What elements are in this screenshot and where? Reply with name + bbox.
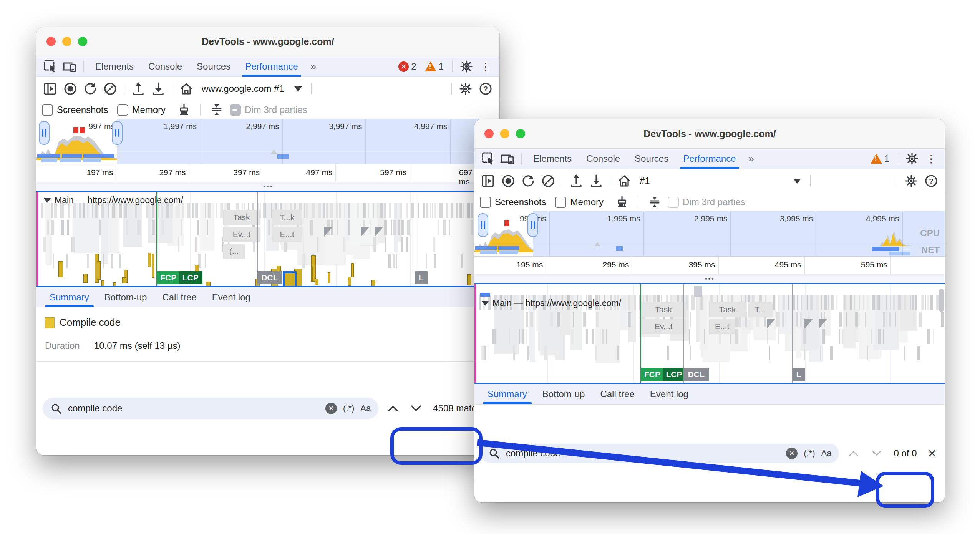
close-window-button[interactable] xyxy=(484,129,494,138)
tab-bottom-up[interactable]: Bottom-up xyxy=(98,287,153,307)
tab-event-log[interactable]: Event log xyxy=(644,384,695,404)
more-options-icon[interactable]: ⋮ xyxy=(923,153,940,165)
more-tabs-icon[interactable]: » xyxy=(745,153,758,165)
toggle-sidebar-icon[interactable] xyxy=(41,80,60,97)
fcp-marker-badge[interactable]: FCP xyxy=(156,271,180,284)
tab-call-tree[interactable]: Call tree xyxy=(156,287,202,307)
flame-task-block[interactable]: (... xyxy=(223,244,245,259)
download-profile-icon[interactable] xyxy=(149,80,167,97)
flame-task-block[interactable]: Task xyxy=(640,302,686,317)
fcp-marker-badge[interactable]: FCP xyxy=(640,368,664,381)
main-track-header[interactable]: Main — https://www.google.com/ xyxy=(44,195,183,206)
device-toolbar-icon[interactable] xyxy=(61,59,78,74)
flame-chart[interactable]: Main — https://www.google.com/ TaskT...k… xyxy=(36,192,499,286)
capture-settings-gear-icon[interactable] xyxy=(902,172,920,189)
track-resize-handle[interactable]: ••• xyxy=(474,275,945,283)
flame-task-block[interactable]: E...t xyxy=(272,227,302,242)
l-marker-badge[interactable]: L xyxy=(415,271,428,284)
tab-console[interactable]: Console xyxy=(580,149,626,169)
upload-profile-icon[interactable] xyxy=(567,172,585,189)
toggle-sidebar-icon[interactable] xyxy=(479,172,497,189)
capture-settings-gear-icon[interactable] xyxy=(456,80,475,97)
tab-sources[interactable]: Sources xyxy=(628,149,675,169)
tab-console[interactable]: Console xyxy=(142,56,188,76)
overview-left-handle[interactable] xyxy=(478,213,488,237)
vertical-scrollbar[interactable] xyxy=(939,289,944,312)
time-ruler[interactable]: 195 ms295 ms395 ms495 ms595 ms xyxy=(474,257,945,275)
record-icon[interactable] xyxy=(61,80,80,97)
home-icon[interactable] xyxy=(177,80,196,97)
more-tabs-icon[interactable]: » xyxy=(307,60,320,73)
screenshots-checkbox[interactable] xyxy=(480,197,491,208)
selected-search-result-bar[interactable] xyxy=(283,271,297,286)
tab-event-log[interactable]: Event log xyxy=(206,287,257,307)
download-profile-icon[interactable] xyxy=(587,172,605,189)
next-match-icon[interactable] xyxy=(868,445,885,462)
flame-task-block[interactable]: Ev...t xyxy=(223,227,260,242)
l-marker-badge[interactable]: L xyxy=(792,368,805,381)
lcp-marker-badge[interactable]: LCP xyxy=(663,368,685,381)
memory-checkbox[interactable] xyxy=(555,197,566,208)
tab-sources[interactable]: Sources xyxy=(191,56,237,76)
close-search-icon[interactable]: ✕ xyxy=(925,447,939,460)
match-case-toggle[interactable]: Aa xyxy=(821,448,832,458)
tab-performance[interactable]: Performance xyxy=(677,149,742,169)
tab-elements[interactable]: Elements xyxy=(527,149,578,169)
settings-gear-icon[interactable] xyxy=(458,59,475,74)
match-case-toggle[interactable]: Aa xyxy=(360,403,371,413)
reload-icon[interactable] xyxy=(519,172,537,189)
clear-search-icon[interactable]: ✕ xyxy=(325,403,337,414)
help-icon[interactable]: ? xyxy=(922,172,940,189)
inspect-element-icon[interactable] xyxy=(480,151,497,166)
flame-task-block[interactable]: Task xyxy=(709,302,746,317)
screenshots-checkbox[interactable] xyxy=(42,104,53,116)
device-toolbar-icon[interactable] xyxy=(499,151,516,166)
previous-match-icon[interactable] xyxy=(385,400,401,417)
tab-performance[interactable]: Performance xyxy=(239,56,304,76)
tab-summary[interactable]: Summary xyxy=(43,287,95,307)
lcp-marker-badge[interactable]: LCP xyxy=(179,271,202,284)
dim-3rd-parties-checkbox[interactable] xyxy=(230,104,241,116)
previous-match-icon[interactable] xyxy=(845,445,862,462)
next-match-icon[interactable] xyxy=(408,400,425,417)
history-dropdown[interactable]: www.google.com #1 xyxy=(197,83,307,94)
time-ruler[interactable]: 197 ms297 ms397 ms497 ms597 ms697 ms xyxy=(36,164,499,182)
home-icon[interactable] xyxy=(615,172,633,189)
overview-right-handle[interactable] xyxy=(112,121,123,145)
settings-gear-icon[interactable] xyxy=(904,151,920,166)
timeline-overview[interactable]: 997 ms1,997 ms2,997 ms3,997 ms4,997 ms xyxy=(36,119,499,164)
zoom-window-button[interactable] xyxy=(516,129,525,138)
search-input[interactable]: compile code ✕ (.*) Aa xyxy=(43,398,378,419)
dcl-marker-badge[interactable]: DCL xyxy=(683,368,709,381)
flame-task-block[interactable]: Task xyxy=(223,210,260,225)
more-options-icon[interactable]: ⋮ xyxy=(477,60,494,73)
clear-icon[interactable] xyxy=(101,80,119,97)
warning-badge[interactable]: ! 1 xyxy=(425,61,444,72)
flame-task-block[interactable]: Ev...t xyxy=(640,319,686,334)
tab-elements[interactable]: Elements xyxy=(89,56,140,76)
flame-task-block[interactable]: T... xyxy=(747,302,773,317)
title-bar[interactable]: DevTools - www.google.com/ xyxy=(474,119,945,149)
history-dropdown[interactable]: #1 xyxy=(635,176,806,186)
overview-left-handle[interactable] xyxy=(39,121,50,145)
main-track-header[interactable]: Main — https://www.google.com/ xyxy=(482,298,621,308)
zoom-window-button[interactable] xyxy=(78,37,87,46)
track-resize-handle[interactable]: ••• xyxy=(36,182,499,191)
record-icon[interactable] xyxy=(499,172,517,189)
clear-icon[interactable] xyxy=(539,172,557,189)
collapse-tracks-icon[interactable] xyxy=(645,194,664,211)
title-bar[interactable]: DevTools - www.google.com/ xyxy=(36,27,499,56)
minimize-window-button[interactable] xyxy=(62,37,71,46)
close-window-button[interactable] xyxy=(46,37,56,46)
help-icon[interactable]: ? xyxy=(476,80,495,97)
dim-3rd-parties-checkbox[interactable] xyxy=(668,197,679,208)
minimize-window-button[interactable] xyxy=(500,129,509,138)
flame-task-block[interactable]: T...k xyxy=(272,210,302,225)
reload-icon[interactable] xyxy=(81,80,99,97)
search-input[interactable]: compile code ✕ (.*) Aa xyxy=(481,444,839,463)
garbage-collect-icon[interactable] xyxy=(613,194,631,211)
flame-task-block[interactable]: E...t xyxy=(709,319,735,334)
regex-toggle[interactable]: (.*) xyxy=(343,403,354,413)
dcl-marker-badge[interactable]: DCL xyxy=(257,271,282,284)
inspect-element-icon[interactable] xyxy=(42,59,59,74)
